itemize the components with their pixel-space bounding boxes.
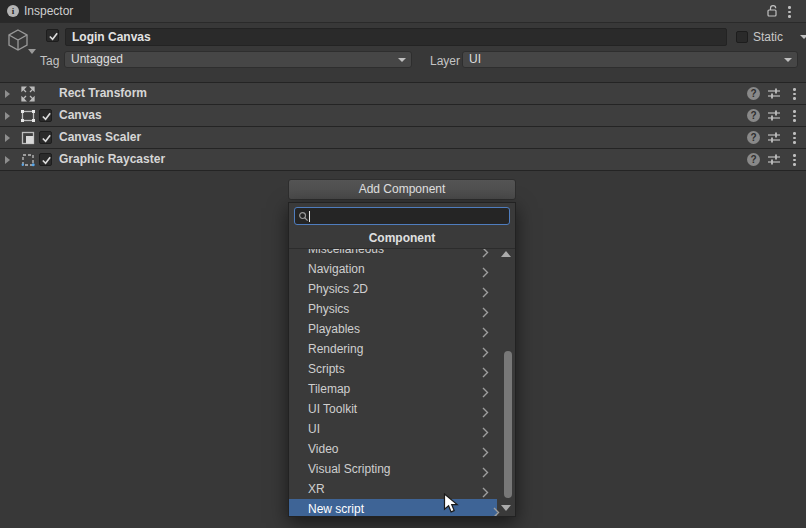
rect-transform-icon xyxy=(20,86,36,105)
component-header-canvas[interactable]: Canvas ? xyxy=(0,104,806,127)
gameobject-name-field[interactable]: Login Canvas xyxy=(65,28,727,46)
list-item-selected[interactable]: New script xyxy=(289,499,497,516)
kebab-menu-icon[interactable] xyxy=(788,153,801,166)
list-item-label: Miscellaneous xyxy=(308,249,384,256)
list-item-label: Playables xyxy=(308,322,360,336)
component-title: Canvas xyxy=(59,105,102,126)
info-icon: i xyxy=(7,5,19,17)
component-enabled-checkbox[interactable] xyxy=(39,153,52,166)
list-item-label: UI Toolkit xyxy=(308,402,357,416)
tab-title: Inspector xyxy=(24,4,73,18)
tag-dropdown[interactable]: Untagged xyxy=(64,51,412,68)
inspector-window: i Inspector Login Canvas Static Tag Unta… xyxy=(0,0,806,528)
foldout-arrow-icon[interactable] xyxy=(5,134,10,142)
text-caret xyxy=(309,211,310,222)
foldout-arrow-icon[interactable] xyxy=(5,90,10,98)
component-title: Canvas Scaler xyxy=(59,127,141,148)
chevron-down-icon xyxy=(398,58,406,62)
scroll-up-icon[interactable] xyxy=(501,251,511,257)
component-header-canvas-scaler[interactable]: Canvas Scaler ? xyxy=(0,126,806,149)
list-item[interactable]: Physics 2D xyxy=(289,279,497,299)
presets-icon[interactable] xyxy=(767,87,781,103)
tag-value: Untagged xyxy=(71,52,123,66)
list-item[interactable]: Tilemap xyxy=(289,379,497,399)
list-item-label: Physics 2D xyxy=(308,282,368,296)
presets-icon[interactable] xyxy=(767,109,781,125)
add-component-button[interactable]: Add Component xyxy=(288,179,516,200)
component-enabled-checkbox[interactable] xyxy=(39,131,52,144)
help-icon[interactable]: ? xyxy=(747,87,760,100)
list-item-label: UI xyxy=(308,422,320,436)
chevron-down-icon[interactable] xyxy=(28,49,36,54)
kebab-menu-icon[interactable] xyxy=(788,131,801,144)
kebab-menu-icon[interactable] xyxy=(788,5,791,18)
foldout-arrow-icon[interactable] xyxy=(5,156,10,164)
component-list: Miscellaneous Navigation Physics 2D Phys… xyxy=(289,249,515,516)
layer-dropdown[interactable]: UI xyxy=(462,51,798,68)
layer-value: UI xyxy=(469,52,481,66)
list-item[interactable]: Visual Scripting xyxy=(289,459,497,479)
list-item[interactable]: Video xyxy=(289,439,497,459)
canvas-scaler-icon xyxy=(20,130,36,149)
list-item-label: Scripts xyxy=(308,362,345,376)
static-checkbox[interactable] xyxy=(736,31,748,43)
kebab-menu-icon[interactable] xyxy=(788,87,801,100)
add-component-popup: Component Miscellaneous Navigation Physi… xyxy=(288,202,516,517)
static-label: Static xyxy=(753,30,783,44)
popup-header: Component xyxy=(289,229,515,249)
component-title: Graphic Raycaster xyxy=(59,149,165,170)
tag-label: Tag xyxy=(40,54,59,68)
component-title: Rect Transform xyxy=(59,83,147,104)
list-item-label: Physics xyxy=(308,302,349,316)
list-item-label: Video xyxy=(308,442,338,456)
graphic-raycaster-icon xyxy=(20,152,36,171)
list-item-label: New script xyxy=(308,502,364,516)
component-header-graphic-raycaster[interactable]: Graphic Raycaster ? xyxy=(0,148,806,171)
component-header-rect-transform[interactable]: Rect Transform ? xyxy=(0,82,806,105)
kebab-menu-icon[interactable] xyxy=(788,109,801,122)
list-item-label: Tilemap xyxy=(308,382,350,396)
presets-icon[interactable] xyxy=(767,153,781,169)
scroll-down-icon[interactable] xyxy=(501,505,511,511)
help-icon[interactable]: ? xyxy=(747,131,760,144)
scrollbar-thumb[interactable] xyxy=(504,351,512,498)
help-icon[interactable]: ? xyxy=(747,109,760,122)
list-item[interactable]: Rendering xyxy=(289,339,497,359)
tab-bar: i Inspector xyxy=(0,0,806,23)
submenu-chevron-icon xyxy=(493,504,500,516)
mouse-cursor xyxy=(443,493,460,519)
layer-label: Layer xyxy=(430,54,460,68)
active-checkbox[interactable] xyxy=(46,29,59,42)
search-icon xyxy=(298,211,309,222)
list-item-label: Rendering xyxy=(308,342,363,356)
list-item[interactable]: Navigation xyxy=(289,259,497,279)
canvas-icon xyxy=(20,108,36,127)
list-item[interactable]: UI Toolkit xyxy=(289,399,497,419)
list-item[interactable]: Playables xyxy=(289,319,497,339)
chevron-down-icon xyxy=(784,58,792,62)
list-item[interactable]: Miscellaneous xyxy=(289,249,497,259)
list-item[interactable]: XR xyxy=(289,479,497,499)
help-icon[interactable]: ? xyxy=(747,153,760,166)
presets-icon[interactable] xyxy=(767,131,781,147)
tab-inspector[interactable]: i Inspector xyxy=(0,0,90,22)
component-search-field[interactable] xyxy=(294,207,510,225)
list-item-label: Navigation xyxy=(308,262,365,276)
foldout-arrow-icon[interactable] xyxy=(5,112,10,120)
list-item[interactable]: Scripts xyxy=(289,359,497,379)
static-dropdown-icon[interactable] xyxy=(800,35,806,39)
unlock-icon[interactable] xyxy=(766,4,779,21)
list-item-label: Visual Scripting xyxy=(308,462,391,476)
list-item[interactable]: Physics xyxy=(289,299,497,319)
list-item-label: XR xyxy=(308,482,325,496)
component-search-input[interactable] xyxy=(312,209,462,223)
list-item[interactable]: UI xyxy=(289,419,497,439)
component-enabled-checkbox[interactable] xyxy=(39,109,52,122)
